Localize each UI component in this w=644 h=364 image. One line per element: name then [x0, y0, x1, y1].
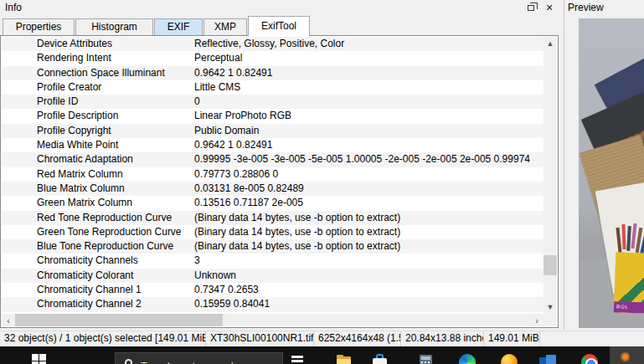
vertical-scrollbar[interactable]: ▲ ▼: [544, 37, 557, 314]
row-label: Green Tone Reproduction Curve: [37, 225, 182, 239]
horizontal-scrollbar[interactable]: ‹ ›: [2, 314, 557, 326]
search-icon: [125, 359, 132, 364]
scroll-left-icon[interactable]: ‹: [2, 314, 15, 326]
table-row[interactable]: Chromaticity Channels3: [2, 254, 544, 268]
row-value: 0: [194, 95, 200, 109]
table-row[interactable]: Chromaticity ColorantUnknown: [2, 269, 544, 283]
table-row[interactable]: Device AttributesReflective, Glossy, Pos…: [2, 37, 544, 51]
table-row[interactable]: Profile ID0: [2, 95, 544, 109]
exiftool-table: Device AttributesReflective, Glossy, Pos…: [0, 35, 559, 328]
table-row[interactable]: Blue Matrix Column0.03131 8e-005 0.82489: [2, 182, 544, 196]
row-value: 0.7347 0.2653: [194, 283, 259, 297]
row-value: 3: [194, 254, 200, 268]
taskbar-icon-file-explorer[interactable]: [336, 354, 353, 364]
row-label: Red Matrix Column: [37, 167, 123, 182]
screen: Info ✕ Properties Histogram EXIF XMP Exi…: [0, 0, 644, 364]
taskbar-icon-calculator[interactable]: [418, 354, 435, 364]
row-value: 0.9642 1 0.82491: [194, 66, 272, 80]
horizontal-scroll-thumb[interactable]: [15, 314, 223, 326]
scroll-right-icon[interactable]: ›: [530, 314, 544, 326]
taskbar-search[interactable]: [115, 352, 283, 364]
table-row[interactable]: Profile CopyrightPublic Domain: [2, 124, 544, 138]
info-tabbar: Properties Histogram EXIF XMP ExifTool: [0, 15, 564, 35]
status-file-size: 149.01 MiB: [484, 331, 540, 346]
table-row[interactable]: Chromatic Adaptation0.99995 -3e-005 -3e-…: [2, 152, 544, 167]
row-value: (Binary data 14 bytes, use -b option to …: [194, 211, 400, 225]
row-value: Public Domain: [194, 124, 259, 138]
row-label: Blue Tone Reproduction Curve: [37, 239, 173, 254]
table-row[interactable]: Profile DescriptionLinear ProPhoto RGB: [2, 109, 544, 123]
taskbar-icon-edge[interactable]: [459, 354, 476, 364]
preview-panel: Preview BOL: [564, 0, 644, 330]
row-value: Linear ProPhoto RGB: [194, 109, 291, 123]
taskbar-icon-xnview-active[interactable]: ✺: [610, 346, 644, 364]
close-icon: ✕: [545, 3, 553, 13]
workspace: Info ✕ Properties Histogram EXIF XMP Exi…: [0, 0, 644, 330]
row-label: Device Attributes: [37, 37, 112, 51]
row-value: 0.03131 8e-005 0.82489: [194, 182, 304, 196]
status-filename: XT30hSLI00100NR1.tif: [206, 331, 314, 346]
table-row[interactable]: Red Matrix Column0.79773 0.28806 0: [2, 167, 544, 182]
table-row[interactable]: Chromaticity Channel 20.15959 0.84041: [2, 297, 544, 311]
status-print-size: 20.84x13.88 inches: [401, 331, 484, 346]
row-value: Perceptual: [194, 51, 242, 65]
row-label: Profile Description: [37, 109, 118, 123]
row-label: Profile Copyright: [37, 124, 111, 138]
table-row[interactable]: Red Tone Reproduction Curve(Binary data …: [2, 211, 544, 225]
table-row[interactable]: Green Tone Reproduction Curve(Binary dat…: [2, 225, 544, 239]
table-row[interactable]: Rendering IntentPerceptual: [2, 51, 544, 65]
row-value: Unknown: [194, 269, 236, 283]
taskbar: ✺: [0, 346, 644, 364]
table-row[interactable]: Green Matrix Column0.13516 0.71187 2e-00…: [2, 196, 544, 210]
table-row[interactable]: Media White Point0.9642 1 0.82491: [2, 138, 544, 152]
row-label: Profile Creator: [37, 80, 101, 95]
scroll-up-icon[interactable]: ▲: [544, 37, 557, 50]
windows-logo-icon: [32, 354, 39, 361]
search-input[interactable]: [141, 356, 275, 364]
status-bar: 32 object(s) / 1 object(s) selected [149…: [0, 331, 644, 346]
row-label: Media White Point: [37, 138, 118, 152]
photo-crayon-box: BOL: [614, 252, 644, 313]
table-row[interactable]: Profile CreatorLittle CMS: [2, 80, 544, 95]
tab-exiftool[interactable]: ExifTool: [248, 16, 310, 36]
crayon-box-label: BOL: [614, 301, 644, 314]
tab-xmp[interactable]: XMP: [204, 18, 247, 35]
status-dimensions: 6252x4164x48 (1.50): [314, 331, 401, 346]
float-panel-button[interactable]: [522, 2, 540, 13]
row-value: 0.13516 0.71187 2e-005: [194, 196, 303, 210]
row-value: 0.79773 0.28806 0: [194, 167, 278, 182]
row-value: 0.9642 1 0.82491: [194, 138, 272, 152]
start-button[interactable]: [32, 354, 46, 364]
float-icon: [528, 5, 534, 11]
row-label: Red Tone Reproduction Curve: [37, 211, 172, 225]
exiftool-rows: Device AttributesReflective, Glossy, Pos…: [2, 37, 544, 314]
taskbar-icon-firefox[interactable]: [501, 354, 518, 364]
taskbar-icon-blue-app[interactable]: [539, 354, 556, 364]
info-panel: Info ✕ Properties Histogram EXIF XMP Exi…: [0, 0, 564, 330]
scroll-down-icon[interactable]: ▼: [544, 300, 557, 314]
info-panel-title: Info: [5, 2, 22, 13]
status-selection-count: 32 object(s) / 1 object(s) selected [149…: [0, 331, 206, 346]
preview-panel-title: Preview: [564, 0, 644, 15]
row-label: Chromatic Adaptation: [37, 152, 133, 167]
row-label: Connection Space Illuminant: [37, 66, 165, 80]
table-row[interactable]: Chromaticity Channel 10.7347 0.2653: [2, 283, 544, 297]
taskbar-icon-briefcase-app[interactable]: [372, 354, 389, 364]
table-row[interactable]: Blue Tone Reproduction Curve(Binary data…: [2, 239, 544, 254]
table-row[interactable]: Connection Space Illuminant0.9642 1 0.82…: [2, 66, 544, 80]
vertical-scroll-thumb[interactable]: [544, 255, 557, 275]
row-label: Chromaticity Channel 1: [37, 283, 142, 297]
close-panel-button[interactable]: ✕: [540, 2, 559, 13]
row-label: Rendering Intent: [37, 51, 111, 65]
list-icon: [291, 356, 303, 358]
tab-histogram[interactable]: Histogram: [75, 18, 153, 35]
row-label: Chromaticity Channels: [37, 254, 138, 268]
info-panel-header: Info ✕: [0, 0, 564, 15]
tab-properties[interactable]: Properties: [3, 18, 75, 35]
tab-exif[interactable]: EXIF: [154, 18, 203, 35]
row-value: Little CMS: [194, 80, 240, 95]
row-value: 0.15959 0.84041: [194, 297, 270, 311]
taskbar-icon-list-app[interactable]: [290, 354, 307, 364]
preview-image: BOL: [579, 18, 644, 328]
taskbar-icon-chrome[interactable]: [581, 354, 598, 364]
